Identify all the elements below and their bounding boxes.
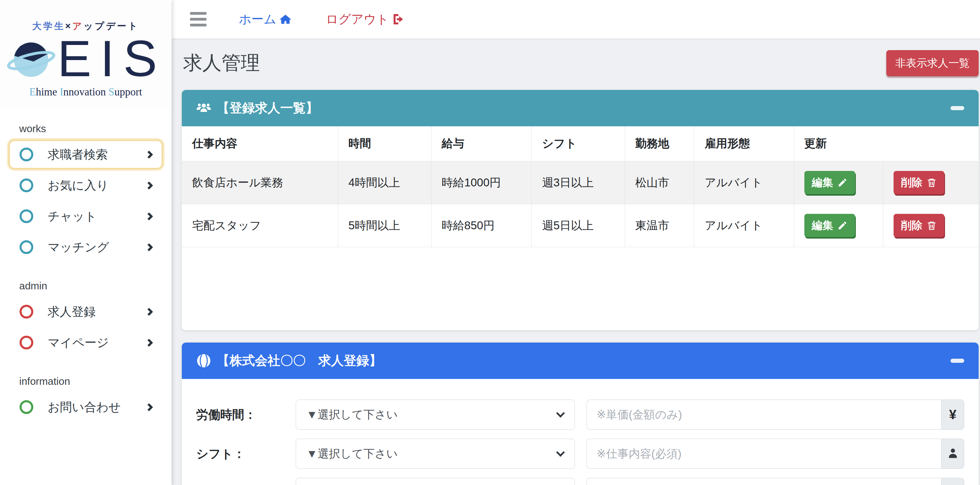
registered-jobs-title: 【登録求人一覧】 xyxy=(217,99,318,117)
nav-section-works: works xyxy=(19,123,163,134)
cell-wage: 時給1000円 xyxy=(431,161,532,204)
home-link[interactable]: ホーム xyxy=(239,11,292,28)
collapse-minus-button[interactable] xyxy=(950,359,964,363)
hamburger-menu-icon[interactable] xyxy=(188,10,208,29)
logout-link-label: ログアウト xyxy=(326,11,389,28)
circle-icon xyxy=(19,336,33,349)
sidebar: 大学生×アップデート EIS Ehime Innovation Support … xyxy=(0,0,172,485)
cell-hours: 4時間以上 xyxy=(338,161,431,204)
cell-job: 宅配スタッフ xyxy=(182,204,338,247)
shift-select[interactable]: ▼選択して下さい xyxy=(296,439,575,469)
cell-delete: 削除 xyxy=(883,161,978,204)
edit-button[interactable]: 編集 xyxy=(804,171,855,194)
table-header-row: 仕事内容 時間 給与 シフト 勤務地 雇用形態 更新 xyxy=(182,126,978,161)
working-hours-select[interactable]: ▼選択して下さい xyxy=(296,399,575,430)
column-header: シフト xyxy=(532,126,625,161)
home-icon xyxy=(278,12,292,26)
job-register-title: 【株式会社〇〇 求人登録】 xyxy=(217,352,382,369)
table-row: 飲食店ホール業務 4時間以上 時給1000円 週3日以上 松山市 アルバイト 編… xyxy=(182,161,978,204)
chevron-right-icon xyxy=(145,338,153,347)
select-value: ▼選択して下さい xyxy=(306,407,398,423)
sidebar-item-label: マッチング xyxy=(48,239,109,255)
content: 求人管理 非表示求人一覧 【登録求人一覧】 xyxy=(172,38,980,485)
yen-icon: ¥ xyxy=(941,399,964,430)
page-title: 求人管理 xyxy=(183,50,260,76)
delete-button-label: 削除 xyxy=(901,218,923,233)
job-description-input[interactable] xyxy=(587,439,941,469)
sidebar-item-my-page[interactable]: マイページ xyxy=(8,327,163,357)
subtitle-part: nnovation xyxy=(64,86,109,98)
branch-name-input-group xyxy=(587,478,964,485)
collapse-minus-button[interactable] xyxy=(950,106,964,110)
registered-jobs-panel: 【登録求人一覧】 仕事内容 時間 給与 シフト 勤務地 xyxy=(182,90,978,330)
branch-name-input[interactable] xyxy=(587,478,941,485)
select-value: ▼選択して下さい xyxy=(306,446,398,462)
unit-price-input-group: ¥ xyxy=(587,399,964,430)
subtitle-part: S xyxy=(108,86,114,98)
job-description-input-group xyxy=(587,439,964,469)
sidebar-item-chat[interactable]: チャット xyxy=(8,201,163,231)
subtitle-part: E xyxy=(30,86,36,98)
industry-select[interactable]: ▼選択して下さい xyxy=(296,478,575,485)
sidebar-item-label: チャット xyxy=(48,208,97,225)
logout-link[interactable]: ログアウト xyxy=(326,11,405,28)
cell-edit: 編集 xyxy=(794,204,883,247)
unit-price-input[interactable] xyxy=(587,399,941,430)
sidebar-item-matching[interactable]: マッチング xyxy=(8,232,163,262)
cell-shift: 週3日以上 xyxy=(532,161,625,204)
sidebar-nav: works 求職者検索 お気に入り チャット マッチング adm xyxy=(0,108,172,422)
registered-jobs-header: 【登録求人一覧】 xyxy=(182,90,978,126)
jobs-table: 仕事内容 時間 給与 シフト 勤務地 雇用形態 更新 飲食店ホール業務 4時間以 xyxy=(182,126,978,247)
chevron-right-icon xyxy=(145,403,153,411)
column-header: 給与 xyxy=(431,126,532,161)
table-row: 宅配スタッフ 5時間以上 時給850円 週5日以上 東温市 アルバイト 編集 xyxy=(182,204,978,247)
tagline-part: 大学生 xyxy=(32,21,65,31)
trash-icon xyxy=(926,177,937,188)
sidebar-item-job-seeker-search[interactable]: 求職者検索 xyxy=(8,139,163,169)
edit-button-label: 編集 xyxy=(812,218,833,233)
column-header: 仕事内容 xyxy=(182,126,338,161)
sidebar-item-label: お問い合わせ xyxy=(48,399,121,415)
tagline-part: × xyxy=(65,21,72,31)
trash-icon xyxy=(926,220,937,231)
hidden-jobs-button[interactable]: 非表示求人一覧 xyxy=(886,50,978,76)
circle-icon xyxy=(19,305,33,319)
pencil-icon xyxy=(837,220,848,231)
job-register-form: 労働時間： ▼選択して下さい ¥ シフト： ▼選択して下 xyxy=(182,379,978,485)
delete-button[interactable]: 削除 xyxy=(894,214,944,237)
cell-location: 松山市 xyxy=(625,161,694,204)
cell-employment-type: アルバイト xyxy=(694,204,794,247)
form-row-working-hours: 労働時間： ▼選択して下さい ¥ xyxy=(196,399,964,430)
cell-job: 飲食店ホール業務 xyxy=(182,161,338,204)
delete-button[interactable]: 削除 xyxy=(894,171,944,194)
column-header: 雇用形態 xyxy=(694,126,794,161)
edit-button[interactable]: 編集 xyxy=(804,214,855,237)
form-row-industry: 業種： ▼選択して下さい xyxy=(196,478,964,485)
chevron-right-icon xyxy=(145,212,153,220)
nav-section-admin: admin xyxy=(19,280,163,292)
job-register-header: 【株式会社〇〇 求人登録】 xyxy=(182,343,978,379)
tagline-part: ア xyxy=(72,21,84,31)
column-header: 勤務地 xyxy=(625,126,694,161)
field-label: 労働時間： xyxy=(196,407,296,423)
sidebar-item-label: マイページ xyxy=(48,335,109,351)
cell-hours: 5時間以上 xyxy=(338,204,431,247)
cell-employment-type: アルバイト xyxy=(694,161,794,204)
sidebar-item-label: 求職者検索 xyxy=(48,147,108,163)
column-header: 更新 xyxy=(794,126,978,161)
users-icon xyxy=(196,101,211,116)
sidebar-item-job-register[interactable]: 求人登録 xyxy=(8,297,163,327)
circle-icon xyxy=(19,400,33,414)
sidebar-item-favorites[interactable]: お気に入り xyxy=(8,170,163,201)
globe-icon xyxy=(196,353,211,368)
tagline-part: ップデート xyxy=(83,21,139,31)
sidebar-item-contact[interactable]: お問い合わせ xyxy=(8,392,163,422)
circle-icon xyxy=(19,148,33,161)
sign-out-icon xyxy=(391,12,405,26)
chevron-down-icon xyxy=(556,448,565,456)
globe-logo-icon xyxy=(5,33,57,85)
eis-logo: 大学生×アップデート EIS Ehime Innovation Support xyxy=(0,0,172,108)
topbar: ホーム ログアウト xyxy=(172,0,980,38)
chevron-right-icon xyxy=(145,308,153,316)
form-row-shift: シフト： ▼選択して下さい xyxy=(196,439,964,469)
